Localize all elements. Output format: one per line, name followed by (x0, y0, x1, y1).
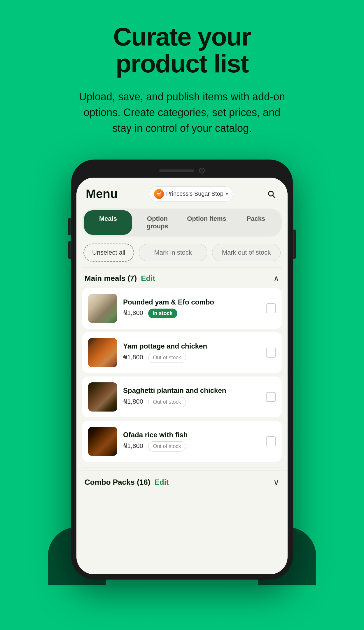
side-button-right (293, 230, 296, 259)
menu-item-name-3: Spaghetti plantain and chicken (123, 386, 260, 395)
store-selector[interactable]: 🍰 Princess's Sugar Stop ▾ (149, 186, 233, 202)
menu-item-name-4: Ofada rice with fish (123, 431, 260, 439)
side-button-left-2 (68, 241, 71, 259)
hero-title: Curate your product list (74, 23, 290, 77)
tab-packs[interactable]: Packs (232, 210, 280, 235)
app-title: Menu (86, 187, 118, 201)
menu-items-list: Pounded yam & Efo combo ₦1,800 In stock (76, 288, 288, 462)
side-button-left-1 (68, 218, 71, 235)
combo-expand-icon[interactable]: ∨ (273, 477, 279, 487)
in-stock-badge-1: In stock (148, 309, 177, 318)
tab-option-items[interactable]: Option items (183, 210, 231, 235)
food-image-ofada-rice (88, 427, 117, 456)
app-header: Menu 🍰 Princess's Sugar Stop ▾ (76, 178, 288, 206)
search-button[interactable] (264, 187, 278, 201)
out-stock-badge-3: Out of stock (148, 397, 186, 407)
menu-item-price-3: ₦1,800 (123, 398, 143, 405)
food-image-spaghetti (88, 382, 117, 412)
out-stock-badge-4: Out of stock (148, 441, 186, 452)
phone-notch (76, 165, 288, 178)
mark-out-stock-button[interactable]: Mark out of stock (212, 244, 281, 261)
svg-line-1 (273, 195, 274, 197)
combo-section-header: Combo Packs (16) Edit ∨ (76, 470, 288, 492)
section-collapse-icon[interactable]: ∧ (273, 274, 279, 283)
menu-item-image-2 (88, 338, 117, 367)
menu-item-name-2: Yam pottage and chicken (123, 342, 260, 350)
phone-screen: Menu 🍰 Princess's Sugar Stop ▾ (76, 178, 288, 574)
mark-in-stock-button[interactable]: Mark in stock (139, 244, 207, 261)
divider-2 (82, 468, 282, 468)
menu-item-4: Ofada rice with fish ₦1,800 Out of stock (82, 421, 282, 462)
menu-item-1: Pounded yam & Efo combo ₦1,800 In stock (82, 288, 282, 329)
tab-meals[interactable]: Meals (84, 210, 132, 235)
main-meals-edit-button[interactable]: Edit (141, 274, 155, 283)
hero-subtitle: Upload, save, and publish items with add… (74, 89, 290, 136)
main-meals-section-header: Main meals (7) Edit ∧ (76, 268, 288, 288)
phone-frame: Menu 🍰 Princess's Sugar Stop ▾ (71, 160, 293, 580)
tabs-container: Meals Option groups Option items Packs (76, 206, 288, 241)
item-checkbox-3[interactable] (266, 392, 276, 402)
menu-item-image-1 (88, 294, 117, 323)
item-checkbox-2[interactable] (266, 348, 276, 358)
menu-item-info-4: Ofada rice with fish ₦1,800 Out of stock (123, 431, 260, 452)
tabs-row: Meals Option groups Option items Packs (82, 209, 282, 237)
menu-item-info-1: Pounded yam & Efo combo ₦1,800 In stock (123, 298, 260, 318)
food-image-pounded-yam (88, 294, 117, 323)
combo-packs-title: Combo Packs (16) (85, 478, 150, 487)
food-image-yam-pottage (88, 338, 117, 367)
menu-item-info-3: Spaghetti plantain and chicken ₦1,800 Ou… (123, 386, 260, 407)
item-checkbox-1[interactable] (266, 303, 276, 313)
menu-item-2: Yam pottage and chicken ₦1,800 Out of st… (82, 332, 282, 373)
menu-item-image-4 (88, 427, 117, 456)
menu-item-price-1: ₦1,800 (123, 309, 143, 316)
menu-item-info-2: Yam pottage and chicken ₦1,800 Out of st… (123, 342, 260, 363)
menu-item-price-2: ₦1,800 (123, 354, 143, 361)
item-checkbox-4[interactable] (266, 436, 276, 446)
menu-item-name-1: Pounded yam & Efo combo (123, 298, 260, 306)
store-name: Princess's Sugar Stop (166, 190, 223, 197)
menu-item-image-3 (88, 382, 117, 412)
camera-dot (199, 168, 205, 174)
combo-edit-button[interactable]: Edit (154, 478, 169, 487)
notch-pill (159, 169, 194, 172)
store-avatar: 🍰 (154, 189, 164, 199)
tab-option-groups[interactable]: Option groups (133, 210, 181, 235)
menu-item-price-4: ₦1,800 (123, 442, 143, 449)
main-meals-title: Main meals (7) (85, 274, 137, 283)
unselect-all-button[interactable]: Unselect all (83, 244, 134, 262)
stock-actions-bar: Unselect all Mark in stock Mark out of s… (76, 241, 288, 267)
phone-wrapper: Menu 🍰 Princess's Sugar Stop ▾ (71, 160, 293, 580)
chevron-down-icon: ▾ (226, 191, 228, 197)
out-stock-badge-2: Out of stock (148, 353, 186, 363)
hero-section: Curate your product list Upload, save, a… (51, 23, 313, 154)
menu-item-3: Spaghetti plantain and chicken ₦1,800 Ou… (82, 377, 282, 417)
